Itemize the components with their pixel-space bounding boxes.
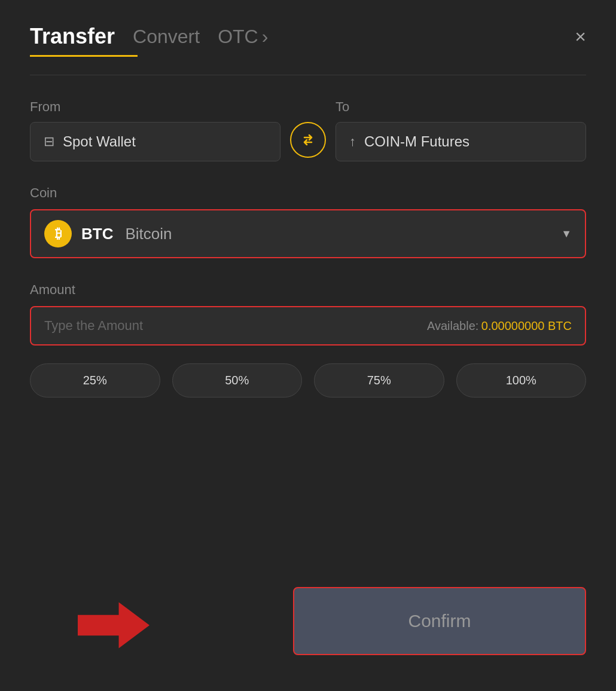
from-label: From [30,99,280,115]
to-wallet-name: COIN-M Futures [364,133,469,150]
to-wallet-selector[interactable]: ↑ COIN-M Futures [336,122,586,161]
from-block: From ⊟ Spot Wallet [30,99,280,161]
amount-section: Amount Available: 0.00000000 BTC [30,282,586,363]
transfer-modal: Transfer Convert OTC › × From ⊟ Spot Wal… [0,0,616,691]
from-to-section: From ⊟ Spot Wallet To ↑ COIN-M Futures [30,99,586,161]
divider [30,75,586,75]
wallet-icon: ⊟ [44,134,54,149]
amount-input[interactable] [44,318,427,334]
percent-25-button[interactable]: 25% [30,363,160,398]
swap-button[interactable] [290,122,326,158]
amount-box: Available: 0.00000000 BTC [30,306,586,346]
coin-section: Coin ₿ BTC Bitcoin ▼ [30,185,586,282]
percent-row: 25% 50% 75% 100% [30,363,586,398]
modal-header: Transfer Convert OTC › × [30,24,586,49]
chevron-right-icon: › [262,26,269,48]
tab-underline [30,55,138,57]
tab-otc[interactable]: OTC › [218,26,268,48]
tab-transfer[interactable]: Transfer [30,24,115,49]
close-button[interactable]: × [575,27,586,46]
to-block: To ↑ COIN-M Futures [336,99,586,161]
percent-100-button[interactable]: 100% [456,363,587,398]
swap-icon [300,132,316,148]
from-wallet-selector[interactable]: ⊟ Spot Wallet [30,122,280,161]
coin-name: Bitcoin [125,225,172,243]
percent-75-button[interactable]: 75% [314,363,444,398]
to-label: To [336,99,586,115]
svg-marker-0 [78,602,150,648]
amount-label: Amount [30,282,586,298]
coin-symbol: BTC [81,225,113,243]
available-value: 0.00000000 BTC [481,319,572,333]
futures-icon: ↑ [349,134,356,149]
tab-convert[interactable]: Convert [133,26,200,48]
coin-selector[interactable]: ₿ BTC Bitcoin ▼ [30,209,586,258]
btc-icon: ₿ [44,220,72,247]
red-arrow-icon [78,595,150,655]
from-wallet-name: Spot Wallet [63,133,136,150]
available-label: Available: [427,319,478,333]
percent-50-button[interactable]: 50% [172,363,303,398]
swap-button-container [290,122,326,161]
coin-label: Coin [30,185,586,201]
confirm-button[interactable]: Confirm [293,587,586,655]
dropdown-arrow-icon: ▼ [561,228,572,240]
confirm-area: Confirm [30,587,586,655]
